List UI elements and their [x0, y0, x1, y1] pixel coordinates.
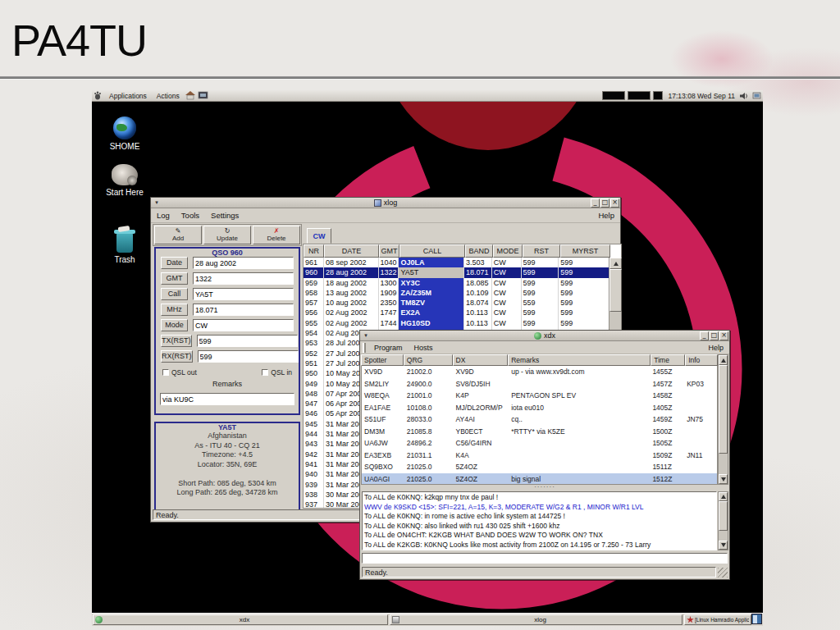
scroll-down-icon[interactable]	[719, 474, 728, 484]
spot-row[interactable]: W8EQA 21001.0 K4P PENTAGON SPL EV 1458Z	[362, 390, 717, 402]
log-row[interactable]: 955 02 Aug 2002 1744 HG10SD 10.113 CW 59…	[304, 318, 609, 328]
spot-table-scrollbar[interactable]	[718, 354, 728, 485]
scrollbar-thumb[interactable]	[719, 365, 728, 454]
desktop-icon[interactable]: Start Here	[98, 164, 151, 197]
spot-column-header[interactable]: Info	[685, 354, 718, 366]
window-menu-icon[interactable]: ▾	[361, 331, 371, 340]
taskbar-button[interactable]: [Linux Hamradio Application and Utilitie…	[684, 614, 751, 625]
minimize-button[interactable]: _	[700, 331, 709, 340]
scroll-down-icon[interactable]	[719, 541, 728, 550]
qso-field-input[interactable]	[193, 272, 294, 285]
log-column-header[interactable]: CALL	[399, 244, 465, 258]
menu-help[interactable]: Help	[592, 211, 620, 220]
add-button[interactable]: ✎ Add	[154, 226, 202, 244]
spot-column-header[interactable]: Spotter	[361, 354, 404, 366]
cluster-command-input[interactable]	[362, 553, 728, 564]
log-row[interactable]: 960 28 aug 2002 1322 YA5T 18.071 CW 599 …	[304, 267, 609, 277]
scroll-up-icon[interactable]	[719, 355, 728, 365]
qso-field-button[interactable]: MHz	[161, 304, 188, 316]
taskbar-button[interactable]: xdx	[93, 614, 388, 625]
screenshot-launcher-icon[interactable]	[198, 91, 208, 101]
qso-field-button[interactable]: Call	[161, 288, 188, 300]
menu-applications[interactable]: Applications	[104, 92, 152, 100]
checkbox-box-icon[interactable]	[262, 369, 268, 376]
pane-splitter-handle[interactable]: ·······	[361, 485, 728, 491]
scroll-up-icon[interactable]	[609, 258, 622, 269]
delete-button[interactable]: ✗ Delete	[253, 226, 300, 244]
spot-row[interactable]: S51UF 28033.0 AY4AI cq.. 1459Z JN75	[362, 413, 717, 426]
spot-column-header[interactable]: Time	[651, 354, 685, 366]
qso-field-button[interactable]: Date	[161, 257, 188, 269]
qso-field-input[interactable]	[193, 257, 294, 269]
qsl-checkbox[interactable]: QSL in	[262, 368, 292, 377]
qso-field-input[interactable]	[198, 350, 299, 363]
volume-icon[interactable]	[739, 91, 750, 101]
spot-row[interactable]: UA6JW 24896.2 C56/G4IRN 1505Z	[362, 437, 717, 450]
maximize-button[interactable]: □	[600, 199, 609, 208]
spot-column-header[interactable]: QRG	[404, 354, 453, 366]
scrollbar-thumb[interactable]	[609, 269, 622, 312]
workspace-pager-icon[interactable]	[751, 614, 762, 624]
log-column-header[interactable]: RST	[523, 244, 560, 258]
menu-tools[interactable]: Tools	[176, 211, 205, 220]
log-row[interactable]: 958 13 aug 2002 1909 ZA/Z35M 10.109 CW 5…	[304, 288, 609, 298]
scroll-up-icon[interactable]	[719, 492, 728, 501]
log-column-header[interactable]: GMT	[379, 244, 399, 258]
gnome-foot-icon[interactable]	[93, 91, 103, 101]
menu-settings[interactable]: Settings	[205, 211, 244, 220]
menu-help[interactable]: Help	[702, 344, 729, 352]
log-row[interactable]: 959 18 aug 2002 1300 XY3C 18.085 CW 599 …	[304, 278, 609, 288]
log-row[interactable]: 956 02 Aug 2002 1747 EX2A 10.113 CW 599 …	[304, 308, 609, 317]
qso-field-button[interactable]: RX(RST)	[161, 350, 193, 363]
spot-row[interactable]: EA1FAE 10108.0 MJ/DL2ORM/P iota eu010 14…	[362, 402, 717, 414]
log-column-header[interactable]: BAND	[465, 244, 493, 258]
desktop-icon[interactable]: SHOME	[98, 116, 151, 151]
spot-row[interactable]: DM3M 21085.8 YB0ECT *RTTY* via K5ZE 1500…	[362, 426, 717, 438]
resize-grip[interactable]	[718, 568, 728, 578]
spot-column-header[interactable]: Remarks	[508, 354, 651, 366]
xlog-titlebar[interactable]: ▾ xlog _ □ ×	[151, 198, 620, 208]
remarks-input[interactable]	[160, 393, 294, 405]
spot-row[interactable]: EA3EXB 21031.1 K4A 1509Z JN11	[362, 450, 717, 462]
panel-applet[interactable]	[653, 91, 663, 100]
close-button[interactable]: ×	[610, 199, 619, 208]
message-scrollbar[interactable]	[718, 491, 728, 550]
desktop-icon[interactable]: Trash	[98, 230, 151, 264]
log-row[interactable]: 961 08 sep 2002 1040 OJ0LA 3.503 CW 599 …	[304, 258, 609, 267]
spot-row[interactable]: SM2LIY 24900.0 SV8/DJ5IH 1457Z KP03	[362, 378, 717, 390]
qso-field-button[interactable]: TX(RST)	[161, 335, 192, 347]
qso-field-button[interactable]: GMT	[161, 272, 188, 285]
spot-column-header[interactable]: DX	[453, 354, 509, 366]
maximize-button[interactable]: □	[710, 331, 719, 340]
qsl-checkbox[interactable]: QSL out	[162, 368, 197, 377]
panel-window-thumbnail[interactable]	[628, 91, 651, 100]
qso-field-input[interactable]	[197, 335, 298, 347]
log-column-header[interactable]: DATE	[324, 244, 379, 258]
window-menu-icon[interactable]: ▾	[152, 199, 162, 208]
home-launcher-icon[interactable]	[185, 91, 196, 101]
close-button[interactable]: ×	[719, 331, 728, 340]
log-column-header[interactable]: MYRST	[560, 244, 610, 258]
menu-actions[interactable]: Actions	[152, 92, 185, 100]
menu-program[interactable]: Program	[368, 344, 409, 352]
spot-row[interactable]: SQ9BXO 21025.0 5Z4OZ 1511Z	[362, 461, 717, 473]
minimize-button[interactable]: _	[591, 199, 600, 208]
update-button[interactable]: ↻ Update	[203, 226, 251, 244]
scrollbar-thumb[interactable]	[719, 501, 728, 531]
panel-window-thumbnail[interactable]	[602, 91, 625, 100]
menubar-grip-handle[interactable]	[363, 343, 366, 353]
qso-field-button[interactable]: Mode	[161, 319, 188, 331]
display-applet-icon[interactable]	[751, 91, 762, 101]
spot-row[interactable]: XV9D 21002.0 XV9D up - via www.xv9dt.com…	[362, 366, 717, 378]
taskbar-button[interactable]: xlog	[390, 614, 682, 625]
menu-log[interactable]: Log	[151, 211, 176, 220]
log-column-header[interactable]: MODE	[493, 244, 523, 258]
xdx-titlebar[interactable]: ▾ xdx _ □ ×	[360, 331, 729, 341]
tab-cw[interactable]: CW	[307, 228, 331, 244]
menu-hosts[interactable]: Hosts	[409, 344, 439, 352]
qso-field-input[interactable]	[193, 304, 294, 316]
qso-field-input[interactable]	[193, 319, 294, 331]
log-row[interactable]: 957 10 aug 2002 2350 TM8ZV 18.074 CW 559…	[304, 298, 609, 308]
qso-field-input[interactable]	[193, 288, 294, 300]
checkbox-box-icon[interactable]	[162, 369, 169, 376]
